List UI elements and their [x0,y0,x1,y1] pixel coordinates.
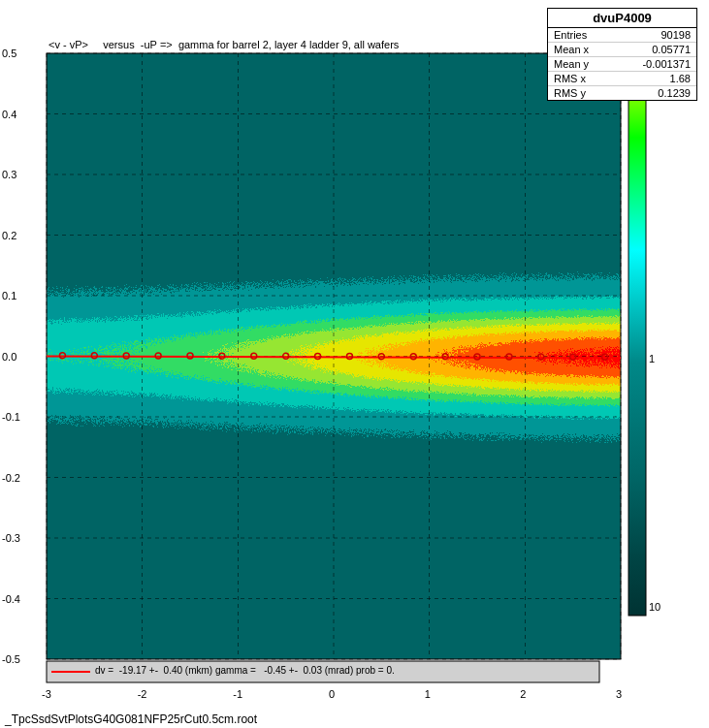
entries-value: 90198 [661,29,691,41]
plot-canvas [0,0,709,728]
stats-rmsx-row: RMS x 1.68 [548,72,696,86]
entries-label: Entries [554,29,587,41]
meany-value: -0.001371 [642,58,691,70]
rmsy-label: RMS y [554,87,586,99]
meany-label: Mean y [554,58,589,70]
meanx-label: Mean x [554,44,589,55]
stats-meany-row: Mean y -0.001371 [548,57,696,72]
stats-box: dvuP4009 Entries 90198 Mean x 0.05771 Me… [547,8,697,101]
stats-title: dvuP4009 [548,9,696,28]
stats-meanx-row: Mean x 0.05771 [548,43,696,57]
rmsy-value: 0.1239 [658,87,691,99]
rmsx-value: 1.68 [670,73,691,84]
main-container: dvuP4009 Entries 90198 Mean x 0.05771 Me… [0,0,709,728]
rmsx-label: RMS x [554,73,586,84]
stats-entries-row: Entries 90198 [548,28,696,43]
meanx-value: 0.05771 [652,44,691,55]
stats-rmsy-row: RMS y 0.1239 [548,86,696,100]
